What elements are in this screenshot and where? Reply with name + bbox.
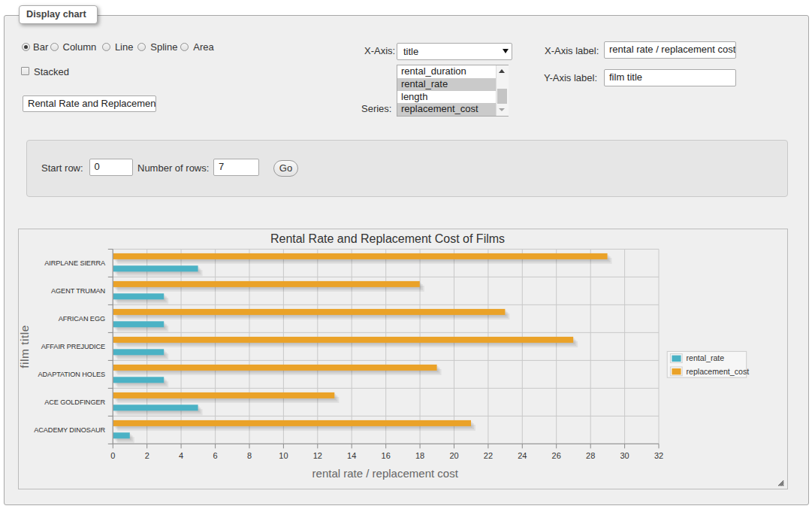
svg-text:rental rate / replacement cost: rental rate / replacement cost bbox=[312, 467, 459, 480]
svg-text:30: 30 bbox=[620, 451, 629, 460]
svg-text:2: 2 bbox=[145, 451, 149, 460]
svg-text:AFRICAN EGG: AFRICAN EGG bbox=[59, 315, 105, 323]
svg-text:22: 22 bbox=[484, 451, 493, 460]
svg-text:12: 12 bbox=[313, 451, 322, 460]
svg-text:14: 14 bbox=[347, 451, 356, 460]
svg-text:replacement_cost: replacement_cost bbox=[687, 367, 750, 376]
svg-text:8: 8 bbox=[247, 451, 252, 460]
svg-text:16: 16 bbox=[382, 451, 391, 460]
svg-text:AFFAIR PREJUDICE: AFFAIR PREJUDICE bbox=[41, 343, 105, 350]
svg-text:film title: film title bbox=[19, 325, 31, 368]
svg-text:AIRPLANE SIERRA: AIRPLANE SIERRA bbox=[44, 259, 106, 267]
svg-text:26: 26 bbox=[552, 451, 561, 460]
svg-text:AGENT TRUMAN: AGENT TRUMAN bbox=[51, 287, 105, 295]
svg-text:rental_rate: rental_rate bbox=[687, 353, 725, 362]
svg-text:28: 28 bbox=[586, 451, 595, 460]
svg-text:10: 10 bbox=[279, 451, 288, 460]
svg-text:32: 32 bbox=[654, 451, 663, 460]
svg-text:Rental Rate and Replacement Co: Rental Rate and Replacement Cost of Film… bbox=[270, 232, 505, 245]
svg-text:ADAPTATION HOLES: ADAPTATION HOLES bbox=[38, 371, 105, 378]
svg-text:ACE GOLDFINGER: ACE GOLDFINGER bbox=[44, 398, 105, 406]
svg-text:24: 24 bbox=[518, 451, 527, 460]
svg-text:20: 20 bbox=[449, 451, 458, 460]
svg-text:18: 18 bbox=[415, 451, 424, 460]
svg-text:ACADEMY DINOSAUR: ACADEMY DINOSAUR bbox=[34, 426, 105, 434]
svg-text:4: 4 bbox=[179, 451, 183, 460]
svg-text:0: 0 bbox=[110, 451, 115, 460]
svg-text:6: 6 bbox=[213, 451, 218, 460]
